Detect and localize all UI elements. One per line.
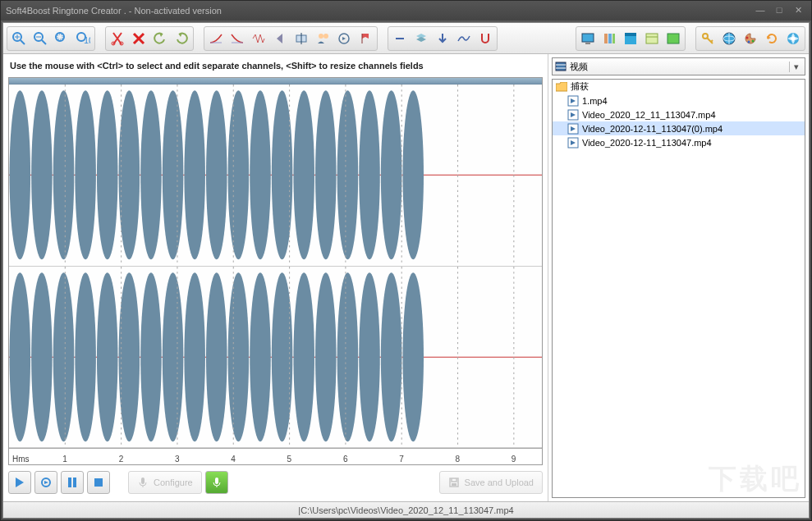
- svg-point-93: [402, 272, 424, 441]
- file-node[interactable]: Video_2020-12-11_113047.mp4: [553, 135, 805, 149]
- desktop-button[interactable]: [577, 28, 599, 49]
- envelope-button[interactable]: [453, 28, 475, 49]
- loop-button[interactable]: [333, 28, 355, 49]
- svg-point-88: [293, 272, 314, 441]
- svg-point-82: [163, 272, 184, 441]
- status-path: |C:\Users\pc\Videos\Video_2020_12_11_113…: [298, 505, 513, 515]
- file-tree[interactable]: 捕获 1.mp4Video_2020_12_11_113047.mp4Video…: [552, 79, 805, 498]
- playback-bar: Configure Save and Upload: [8, 468, 543, 496]
- editor-pane: Use the mouse with <Ctrl> to select and …: [3, 54, 548, 501]
- maximize-button[interactable]: □: [771, 5, 787, 16]
- pause-button[interactable]: [61, 471, 84, 494]
- video-file-icon: [567, 123, 579, 135]
- svg-point-84: [206, 272, 227, 441]
- video-file-icon: [567, 95, 579, 107]
- microphone-icon: [137, 477, 149, 488]
- redo-button[interactable]: [171, 28, 192, 49]
- record-button[interactable]: [205, 471, 228, 494]
- svg-point-50: [119, 90, 140, 259]
- svg-point-83: [184, 272, 205, 441]
- file-node[interactable]: 1.mp4: [553, 94, 805, 107]
- save-upload-button[interactable]: Save and Upload: [439, 471, 543, 494]
- folder-combo[interactable]: 视频 ▾: [552, 57, 805, 75]
- svg-point-54: [206, 90, 227, 259]
- window-button[interactable]: [620, 28, 641, 49]
- svg-rect-105: [73, 478, 76, 487]
- voice-button[interactable]: [312, 28, 333, 49]
- svg-line-34: [711, 40, 713, 42]
- key-button[interactable]: [697, 28, 718, 49]
- layers-button[interactable]: [411, 28, 432, 49]
- timeline-mark: 5: [287, 455, 292, 464]
- waveform-header[interactable]: [9, 78, 542, 85]
- svg-rect-104: [68, 478, 71, 487]
- svg-rect-106: [94, 478, 103, 487]
- prev-marker-button[interactable]: [269, 28, 291, 49]
- titlebar[interactable]: Soft4Boost Ringtone Creator . - Non-acti…: [1, 1, 811, 21]
- svg-point-91: [359, 272, 380, 441]
- timeline-mark: 2: [119, 455, 124, 464]
- svg-rect-109: [215, 478, 218, 484]
- svg-rect-22: [582, 34, 594, 42]
- help-button[interactable]: [782, 28, 804, 49]
- svg-point-47: [53, 90, 75, 259]
- undo-button[interactable]: [149, 28, 171, 49]
- waveform-right-svg: [9, 267, 542, 448]
- configure-button[interactable]: Configure: [128, 471, 202, 494]
- green-panel-button[interactable]: [663, 28, 684, 49]
- timeline-mark: 7: [399, 455, 404, 464]
- svg-point-78: [75, 272, 96, 441]
- snap-button[interactable]: [475, 28, 496, 49]
- svg-rect-29: [646, 34, 658, 43]
- file-browser-pane: 视频 ▾ 捕获 1.mp4Video_2020_12_11_113047.mp4…: [548, 54, 809, 501]
- svg-point-52: [163, 90, 184, 259]
- normalize-button[interactable]: [248, 28, 269, 49]
- svg-point-58: [293, 90, 314, 259]
- play-button[interactable]: [8, 471, 31, 494]
- stop-button[interactable]: [87, 471, 110, 494]
- panel-button[interactable]: [641, 28, 663, 49]
- zoom-out-button[interactable]: [30, 28, 51, 49]
- svg-point-17: [319, 34, 323, 39]
- fade-in-button[interactable]: [205, 28, 227, 49]
- skin-button[interactable]: [740, 28, 761, 49]
- svg-rect-25: [608, 34, 612, 43]
- zoom-selection-button[interactable]: [51, 28, 72, 49]
- svg-text:103: 103: [84, 35, 90, 45]
- zoom-in-button[interactable]: [8, 28, 30, 49]
- file-node[interactable]: Video_2020_12_11_113047.mp4: [553, 107, 805, 121]
- close-button[interactable]: ✕: [790, 5, 806, 16]
- channel-right[interactable]: [9, 267, 542, 449]
- cut-button[interactable]: [107, 28, 128, 49]
- timeline-ruler[interactable]: Hms 123456789: [9, 448, 542, 464]
- svg-point-76: [31, 272, 53, 441]
- waveform-view[interactable]: Hms 123456789: [8, 77, 543, 465]
- move-down-button[interactable]: [432, 28, 453, 49]
- play-loop-button[interactable]: [34, 471, 57, 494]
- svg-rect-107: [141, 478, 145, 484]
- web-button[interactable]: [718, 28, 740, 49]
- file-node[interactable]: Video_2020-12-11_113047(0).mp4: [553, 121, 805, 135]
- video-file-icon: [567, 109, 579, 121]
- svg-point-75: [10, 272, 31, 441]
- folder-node[interactable]: 捕获: [553, 80, 805, 94]
- svg-point-40: [752, 39, 755, 42]
- marker-button[interactable]: [355, 28, 376, 49]
- svg-point-60: [337, 90, 359, 259]
- insert-button[interactable]: [291, 28, 312, 49]
- file-label: Video_2020-12-11_113047.mp4: [582, 138, 712, 148]
- fade-out-button[interactable]: [227, 28, 248, 49]
- svg-point-48: [75, 90, 96, 259]
- file-label: Video_2020_12_11_113047.mp4: [582, 110, 716, 120]
- svg-point-89: [315, 272, 337, 441]
- minimize-button[interactable]: —: [752, 5, 768, 16]
- library-button[interactable]: [599, 28, 620, 49]
- channel-left[interactable]: [9, 85, 542, 267]
- zoom-v-out-button[interactable]: [389, 28, 411, 49]
- zoom-ratio-button[interactable]: 103: [72, 28, 94, 49]
- svg-point-18: [323, 34, 328, 39]
- delete-button[interactable]: [128, 28, 149, 49]
- update-button[interactable]: [761, 28, 782, 49]
- svg-point-45: [10, 90, 31, 259]
- svg-rect-28: [625, 33, 636, 36]
